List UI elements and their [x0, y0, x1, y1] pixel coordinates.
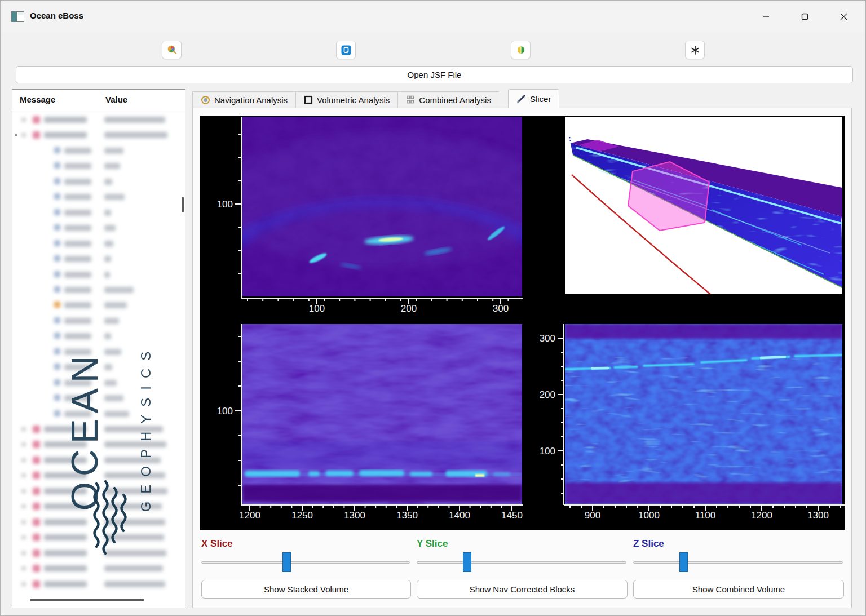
message-row-redacted[interactable]: [12, 437, 176, 452]
svg-text:100: 100: [309, 303, 325, 314]
beginner-mark-icon: [515, 45, 527, 56]
slice-slider-track-z[interactable]: [633, 561, 843, 564]
slice-plots-container: 100100200300: [200, 116, 845, 530]
tab-label: Slicer: [530, 94, 551, 104]
svg-text:1200: 1200: [239, 510, 260, 521]
message-row-redacted[interactable]: [12, 561, 176, 576]
open-jsf-file-button[interactable]: Open JSF File: [16, 66, 853, 83]
beginner-mark-button[interactable]: [511, 41, 531, 59]
blocks-icon: [406, 95, 415, 104]
svg-text:300: 300: [540, 333, 555, 344]
asterisk-icon: [690, 45, 700, 55]
message-row-redacted[interactable]: [12, 577, 176, 592]
message-row-redacted[interactable]: [12, 344, 176, 360]
tab-volumetric-analysis[interactable]: Volumetric Analysis: [295, 91, 397, 108]
message-row-redacted[interactable]: [12, 313, 176, 329]
message-row-redacted[interactable]: [12, 406, 176, 422]
show-stacked-volume-button[interactable]: Show Stacked Volume: [201, 580, 411, 599]
slice-label-x: X Slice: [201, 538, 233, 549]
title-bar: Ocean eBoss: [1, 1, 865, 32]
maximize-icon[interactable]: [796, 8, 813, 24]
tab-navigation-analysis[interactable]: Navigation Analysis: [192, 91, 295, 108]
tab-label: Navigation Analysis: [214, 95, 288, 105]
message-row-redacted[interactable]: [12, 530, 176, 545]
column-header-value[interactable]: Value: [105, 95, 127, 104]
close-icon[interactable]: [835, 8, 852, 24]
svg-text:1300: 1300: [807, 510, 829, 521]
message-row-redacted[interactable]: [12, 236, 176, 251]
vertical-scrollbar-thumb[interactable]: [182, 197, 184, 212]
slice-slider-handle-y[interactable]: [463, 552, 471, 572]
tab-label: Combined Analysis: [419, 95, 491, 105]
message-row-redacted[interactable]: [12, 360, 176, 375]
show-combined-volume-button[interactable]: Show Combined Volume: [633, 580, 844, 599]
slicer-tab-panel: 100100200300: [192, 108, 852, 608]
svg-text:1350: 1350: [396, 510, 418, 521]
message-row-redacted[interactable]: [12, 205, 176, 220]
svg-text:1450: 1450: [501, 510, 523, 521]
asterisk-button[interactable]: [685, 41, 705, 59]
message-row-redacted[interactable]: [12, 127, 176, 143]
svg-text:1100: 1100: [695, 510, 716, 521]
message-row-redacted[interactable]: [12, 546, 176, 561]
tab-label: Volumetric Analysis: [317, 95, 390, 105]
tab-slicer[interactable]: Slicer: [508, 89, 560, 108]
slice-slider-track-y[interactable]: [417, 561, 626, 564]
message-row-redacted[interactable]: [12, 282, 176, 298]
slicer-icon: [516, 94, 526, 104]
message-row-redacted[interactable]: [12, 484, 176, 499]
message-row-redacted[interactable]: [12, 189, 176, 205]
show-nav-corrected-blocks-button[interactable]: Show Nav Corrected Blocks: [417, 580, 628, 599]
color-search-icon: [166, 45, 178, 56]
message-row-redacted[interactable]: [12, 174, 176, 189]
cube-outline-icon: [304, 95, 313, 104]
message-row-redacted[interactable]: [12, 453, 176, 468]
x-slice-plot[interactable]: 100120012501300135014001450: [200, 323, 525, 530]
window-title: Ocean eBoss: [30, 11, 83, 20]
svg-text:900: 900: [585, 510, 600, 521]
message-row-redacted[interactable]: [12, 391, 176, 406]
tab-combined-analysis[interactable]: Combined Analysis: [397, 91, 499, 108]
slice-slider-handle-z[interactable]: [679, 552, 688, 572]
message-row-redacted[interactable]: [12, 298, 176, 313]
svg-text:100: 100: [540, 446, 555, 457]
svg-text:100: 100: [217, 199, 233, 210]
volume-3d-view[interactable]: [565, 117, 842, 294]
message-log-panel: Message Value OCEAN GEOPHYSICS: [12, 89, 185, 608]
beam-slice-plot[interactable]: 100100200300: [200, 116, 525, 323]
message-row-redacted[interactable]: [12, 515, 176, 530]
svg-text:1400: 1400: [449, 510, 470, 521]
slice-label-z: Z Slice: [633, 538, 664, 549]
z-slice-plot[interactable]: 3002001009001000110012001300: [525, 323, 845, 530]
message-row-redacted[interactable]: [12, 422, 176, 437]
message-row-redacted[interactable]: [12, 220, 176, 236]
slice-slider-handle-x[interactable]: [282, 552, 291, 572]
svg-text:300: 300: [493, 303, 509, 314]
minimize-icon[interactable]: [757, 8, 774, 24]
message-row-redacted[interactable]: [12, 112, 176, 127]
message-row-redacted[interactable]: [12, 267, 176, 282]
slice-slider-track-x[interactable]: [201, 561, 410, 564]
svg-text:1200: 1200: [751, 510, 772, 521]
message-row-redacted[interactable]: [12, 499, 176, 514]
message-row-redacted[interactable]: [12, 468, 176, 483]
message-row-redacted[interactable]: [12, 143, 176, 158]
blue-document-button[interactable]: [336, 41, 356, 59]
column-header-message[interactable]: Message: [20, 95, 55, 104]
slice-label-y: Y Slice: [417, 538, 448, 549]
svg-text:200: 200: [540, 389, 555, 400]
horizontal-scrollbar-thumb[interactable]: [30, 599, 144, 601]
color-search-button[interactable]: [162, 41, 182, 59]
column-divider[interactable]: [103, 91, 103, 108]
message-row-redacted[interactable]: [12, 375, 176, 391]
application-window: Ocean eBoss: [0, 0, 866, 616]
compass-icon: [201, 95, 210, 105]
message-row-redacted[interactable]: [12, 251, 176, 267]
blue-document-icon: [341, 45, 352, 56]
message-row-redacted[interactable]: [12, 329, 176, 344]
svg-text:200: 200: [401, 303, 417, 314]
svg-text:100: 100: [217, 406, 233, 416]
svg-text:1000: 1000: [638, 510, 660, 521]
svg-text:1250: 1250: [291, 510, 313, 521]
message-row-redacted[interactable]: [12, 158, 176, 174]
